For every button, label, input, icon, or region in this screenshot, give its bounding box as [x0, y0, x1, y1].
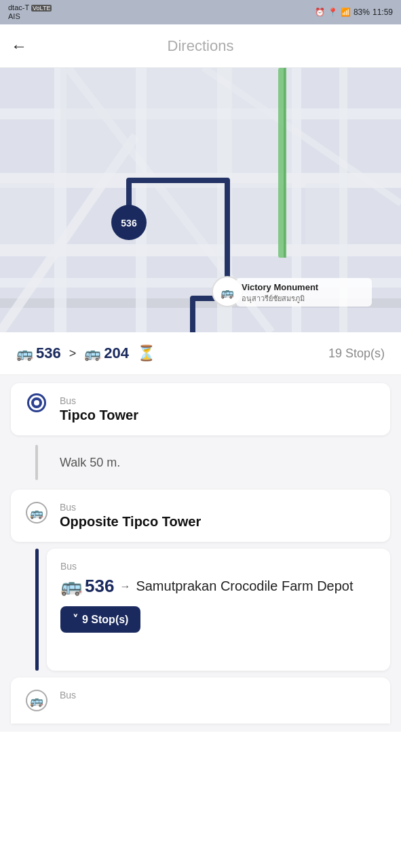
step-tipco-tower: Bus Tipco Tower — [11, 383, 390, 435]
step3-type: Bus — [60, 561, 377, 572]
bus1-number: 536 — [36, 344, 61, 362]
svg-rect-8 — [136, 68, 147, 332]
step2-name: Opposite Tipco Tower — [60, 514, 377, 530]
svg-marker-17 — [147, 183, 217, 244]
svg-marker-15 — [60, 68, 136, 173]
step1-content: Bus Tipco Tower — [60, 395, 377, 423]
route-summary: 🚌 536 > 🚌 204 ⏳ 19 Stop(s) — [0, 332, 401, 375]
blue-route-section: Bus 🚌 536 → Samutprakan Crocodile Farm D… — [11, 549, 390, 671]
step2-bus-icon: 🚌 — [26, 502, 47, 524]
step1-type: Bus — [60, 395, 377, 406]
step1-icon-col — [24, 395, 49, 410]
walk-distance: Walk 50 m. — [60, 456, 120, 470]
svg-text:🚌: 🚌 — [221, 286, 234, 299]
bus3-number: 536 — [85, 576, 114, 597]
blue-route-card: Bus 🚌 536 → Samutprakan Crocodile Farm D… — [47, 549, 390, 671]
route-arrow: > — [69, 347, 77, 361]
bus1-icon: 🚌 — [16, 345, 33, 361]
svg-text:536: 536 — [121, 218, 137, 229]
step1-dot — [29, 395, 44, 410]
page-title: Directions — [168, 37, 234, 55]
partial-bus-icon: 🚌 — [26, 690, 47, 711]
carrier-name: dtac-T VoLTE — [8, 3, 52, 12]
battery-level: 83% — [354, 7, 370, 17]
steps-list: Bus Tipco Tower Walk 50 m. 🚌 Bus Opposit… — [0, 375, 401, 732]
stops-button[interactable]: ˅ 9 Stop(s) — [60, 606, 140, 633]
partial-content: Bus — [60, 690, 377, 702]
partial-icon-col: 🚌 — [24, 690, 49, 711]
signal-icon: 📶 — [341, 7, 351, 17]
chevron-down-icon: ˅ — [73, 613, 78, 626]
back-icon: ← — [11, 37, 27, 56]
bus1-tag: 🚌 536 — [16, 344, 61, 362]
bus-route-line: 🚌 536 → Samutprakan Crocodile Farm Depot — [60, 576, 377, 597]
stops-button-label: 9 Stop(s) — [82, 614, 128, 626]
hourglass-icon: ⏳ — [137, 344, 155, 362]
status-bar: dtac-T VoLTE AIS ⏰ 📍 📶 83% 11:59 — [0, 0, 401, 24]
alarm-icon: ⏰ — [315, 7, 325, 17]
step2-type: Bus — [60, 502, 377, 513]
time-display: 11:59 — [373, 7, 393, 17]
bus3-destination: Samutprakan Crocodile Farm Depot — [136, 578, 353, 594]
map-svg: RATCHATHEWI 536 536 🚌 Victory Monument อ… — [0, 68, 401, 332]
location-icon: 📍 — [328, 7, 338, 17]
bus3-arrow: → — [119, 580, 130, 593]
step1-dot-inner — [34, 400, 39, 406]
map-view[interactable]: RATCHATHEWI 536 536 🚌 Victory Monument อ… — [0, 68, 401, 332]
blue-vertical-bar — [35, 549, 39, 671]
stops-count: 19 Stop(s) — [328, 347, 385, 361]
step2-icon-col: 🚌 — [24, 502, 49, 524]
svg-marker-18 — [147, 68, 217, 173]
walk-connector: Walk 50 m. — [11, 442, 390, 483]
operator-name: AIS — [8, 12, 52, 21]
bus3-icon: 🚌 — [60, 576, 82, 597]
status-right: ⏰ 📍 📶 83% 11:59 — [315, 7, 393, 17]
svg-text:อนุสาวรีย์ชัยสมรภูมิ: อนุสาวรีย์ชัยสมรภูมิ — [242, 294, 305, 303]
walk-line-col — [24, 445, 49, 480]
svg-marker-16 — [0, 183, 54, 244]
bus-route-num: 🚌 536 — [60, 576, 114, 597]
partial-bus-card: 🚌 Bus — [11, 677, 390, 724]
partial-type: Bus — [60, 690, 377, 701]
svg-rect-23 — [284, 68, 286, 258]
step2-content: Bus Opposite Tipco Tower — [60, 502, 377, 530]
svg-marker-21 — [305, 183, 339, 244]
back-button[interactable]: ← — [11, 37, 27, 56]
step-opposite-tipco: 🚌 Bus Opposite Tipco Tower — [11, 490, 390, 542]
bus2-tag: 🚌 204 — [84, 344, 129, 362]
walk-line — [35, 445, 38, 480]
step1-name: Tipco Tower — [60, 408, 377, 423]
carrier-info: dtac-T VoLTE AIS — [8, 3, 52, 21]
bus2-number: 204 — [104, 344, 129, 362]
bus2-icon: 🚌 — [84, 345, 101, 361]
svg-text:Victory Monument: Victory Monument — [242, 282, 319, 292]
header: ← Directions — [0, 24, 401, 68]
